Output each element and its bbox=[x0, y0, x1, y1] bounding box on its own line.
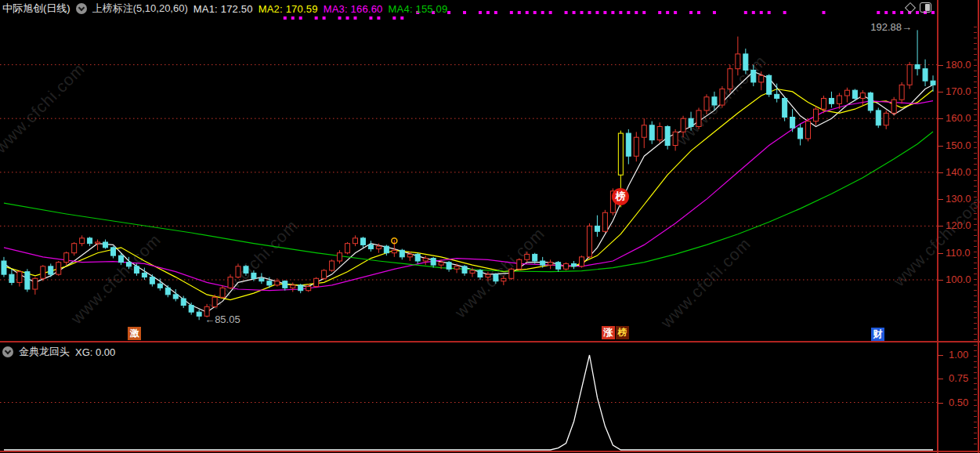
xg-tick-label: 0.50 bbox=[949, 397, 968, 408]
price-tick-label: 110.0 bbox=[946, 247, 971, 259]
xg-panel-header: 金典龙回头 XG: 0.00 bbox=[2, 345, 115, 359]
chevron-down-icon bbox=[78, 4, 84, 10]
price-tick-label: 180.0 bbox=[946, 59, 971, 71]
ji-tag: 激 bbox=[128, 327, 141, 340]
collapse-main-panel-button[interactable] bbox=[76, 3, 87, 14]
ma2-value: MA2: 170.59 bbox=[259, 3, 318, 15]
cai-tag: 财 bbox=[871, 328, 884, 341]
ma3-value: MA3: 166.60 bbox=[324, 3, 383, 15]
price-tick-label: 150.0 bbox=[946, 140, 971, 151]
diamond-marker-icon[interactable] bbox=[905, 2, 916, 13]
arrow-left-icon: ← bbox=[204, 313, 215, 325]
price-tick-label: 130.0 bbox=[946, 193, 971, 205]
xg-value: 0.00 bbox=[96, 346, 115, 358]
price-tick-label: 120.0 bbox=[946, 219, 971, 231]
bottom-border bbox=[0, 451, 980, 452]
list-badge: 榜 bbox=[612, 188, 629, 205]
ma1-value: MA1: 172.50 bbox=[193, 3, 253, 15]
price-tick-label: 100.0 bbox=[946, 274, 971, 285]
zhangbang-tag: 涨榜 bbox=[602, 326, 629, 339]
indicator-name-main[interactable]: 上榜标注(5,10,20,60) bbox=[92, 2, 188, 16]
indicator-name-xg[interactable]: 金典龙回头 bbox=[19, 345, 70, 359]
panel-separator bbox=[0, 341, 980, 342]
xg-indicator-canvas bbox=[0, 0, 980, 453]
low-price-label: ←85.05 bbox=[204, 313, 240, 325]
stock-chart-app: 中际旭创(日线) 上榜标注(5,10,20,60) MA1: 172.50 MA… bbox=[0, 0, 980, 453]
right-edge-border bbox=[978, 0, 979, 453]
window-tools bbox=[906, 2, 931, 13]
xg-tick-label: 1.00 bbox=[949, 349, 968, 361]
price-tick-label: 170.0 bbox=[946, 85, 971, 97]
stock-title: 中际旭创(日线) bbox=[2, 2, 71, 16]
chevron-down-icon bbox=[5, 347, 11, 353]
collapse-xg-panel-button[interactable] bbox=[2, 346, 13, 357]
xg-tick-label: 0.75 bbox=[949, 372, 968, 384]
price-tick-label: 140.0 bbox=[946, 166, 971, 178]
high-price-label: 192.88→ bbox=[870, 21, 912, 33]
panel-toggle-icon[interactable] bbox=[920, 2, 931, 13]
xg-label: XG: 0.00 bbox=[75, 346, 115, 358]
main-chart-header: 中际旭创(日线) 上榜标注(5,10,20,60) MA1: 172.50 MA… bbox=[2, 2, 447, 16]
ma4-value: MA4: 155.09 bbox=[389, 3, 448, 15]
arrow-right-icon: → bbox=[902, 21, 912, 33]
price-tick-label: 160.0 bbox=[946, 112, 971, 124]
